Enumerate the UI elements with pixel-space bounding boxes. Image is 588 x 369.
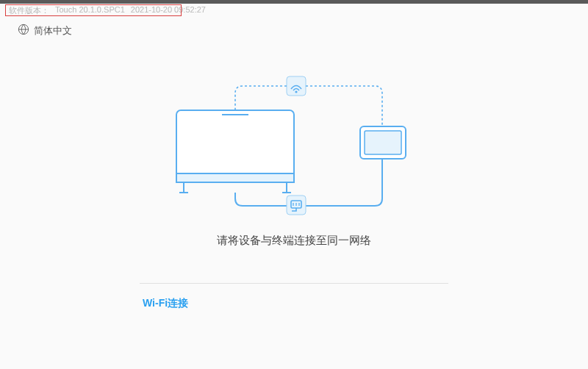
svg-point-2 <box>295 90 297 93</box>
instruction-text: 请将设备与终端连接至同一网络 <box>132 234 456 248</box>
svg-rect-3 <box>176 110 294 182</box>
globe-icon <box>18 24 29 37</box>
wifi-connect-button[interactable]: Wi-Fi连接 <box>140 297 448 310</box>
network-illustration <box>132 69 456 216</box>
version-info: 软件版本： Touch 20.1.0.SPC1 2021-10-20 09:52… <box>0 4 588 18</box>
svg-rect-11 <box>365 131 401 154</box>
version-timestamp: 2021-10-20 09:52:27 <box>131 5 206 16</box>
version-value: Touch 20.1.0.SPC1 <box>55 5 125 16</box>
language-label: 简体中文 <box>34 24 72 37</box>
svg-rect-4 <box>176 173 294 182</box>
divider <box>140 283 448 284</box>
version-label: 软件版本： <box>9 5 49 16</box>
language-selector[interactable]: 简体中文 <box>0 18 588 43</box>
